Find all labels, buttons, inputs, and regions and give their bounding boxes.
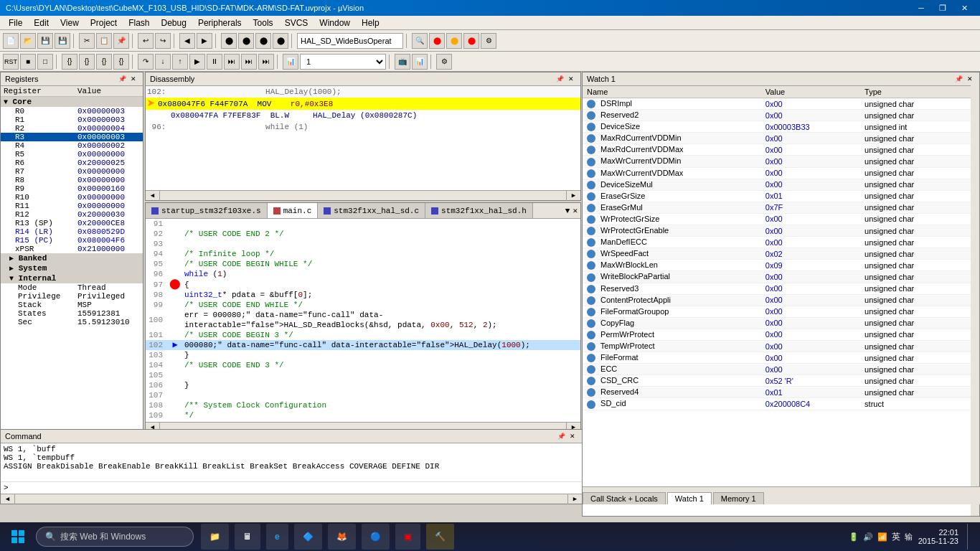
tb2-step-over[interactable]: ↷ xyxy=(138,54,154,70)
tab-close-icon[interactable]: ✕ xyxy=(573,206,578,215)
tb-debug2[interactable]: ⬤ xyxy=(446,33,462,49)
reg-group-core[interactable]: ▼ Core xyxy=(1,97,143,108)
taskbar-calculator[interactable]: 🖩 xyxy=(235,524,260,550)
watch-vscroll[interactable] xyxy=(971,85,979,516)
cmd-scroll-right[interactable]: ▶ xyxy=(567,494,582,504)
command-pin-icon[interactable]: 📌 xyxy=(556,431,566,441)
tab-sd-c[interactable]: stm32f1xx_hal_sd.c xyxy=(318,203,425,218)
disasm-scroll-right[interactable]: ▶ xyxy=(566,191,580,201)
tb-new[interactable]: 📄 xyxy=(3,33,19,49)
tb2-b3[interactable]: {} xyxy=(62,54,77,70)
tb-bp3[interactable]: ⬤ xyxy=(255,33,271,49)
menu-flash[interactable]: Flash xyxy=(123,17,155,29)
taskbar-keil[interactable]: 🔨 xyxy=(426,524,454,550)
taskbar-explorer[interactable]: 📁 xyxy=(201,524,229,550)
reg-group-system[interactable]: ▶ System xyxy=(1,263,143,273)
menu-debug[interactable]: Debug xyxy=(156,17,192,29)
tb-bp[interactable]: ⬤ xyxy=(221,33,237,49)
clock[interactable]: 22:01 2015-11-23 xyxy=(918,528,958,545)
taskbar-app4[interactable]: 🔵 xyxy=(362,524,390,550)
close-button[interactable]: ✕ xyxy=(954,1,974,14)
show-desktop-button[interactable] xyxy=(967,524,971,550)
watch-scroll[interactable]: Name Value Type DSRImpl 0x00 unsigned ch… xyxy=(583,86,979,516)
start-button[interactable] xyxy=(0,522,36,551)
menu-svcs[interactable]: SVCS xyxy=(279,17,314,29)
command-input[interactable] xyxy=(9,484,579,492)
tb2-run[interactable]: ▶ xyxy=(189,54,205,70)
tb2-b11[interactable]: 📺 xyxy=(395,54,410,70)
disassembly-pin-icon[interactable]: 📌 xyxy=(555,74,565,84)
tb-debug3[interactable]: ⬤ xyxy=(463,33,479,49)
taskbar-app3[interactable]: 🦊 xyxy=(328,524,356,550)
tb-paste[interactable]: 📌 xyxy=(113,33,129,49)
tb2-step-out[interactable]: ↑ xyxy=(172,54,188,70)
watch-pin-icon[interactable]: 📌 xyxy=(953,74,963,84)
disasm-hscroll[interactable]: ◀ ▶ xyxy=(146,190,580,200)
tb-find[interactable]: 🔍 xyxy=(412,33,428,49)
tb2-b2[interactable]: □ xyxy=(37,54,53,70)
disassembly-content[interactable]: 102: HAL_Delay(1000); ⮞ 0x080047F6 F44F7… xyxy=(146,86,580,190)
tb-save[interactable]: 💾 xyxy=(37,33,53,49)
tab-sd-h[interactable]: stm32f1xx_hal_sd.h xyxy=(425,203,533,218)
registers-scroll[interactable]: Register Value ▼ Core R0 0x00000003R1 0x… xyxy=(1,86,143,432)
command-close-icon[interactable]: ✕ xyxy=(567,431,578,441)
tb-save-all[interactable]: 💾 xyxy=(55,33,70,49)
command-content[interactable]: WS 1, `buffWS 1, `tempbuff ASSIGN BreakD… xyxy=(1,443,582,481)
menu-tools[interactable]: Tools xyxy=(248,17,279,29)
tb2-b10[interactable]: ⏭ xyxy=(258,54,274,70)
registers-pin-icon[interactable]: 📌 xyxy=(117,74,127,84)
tab-watch1[interactable]: Watch 1 xyxy=(667,492,712,504)
reg-group-internal[interactable]: ▼ Internal xyxy=(1,273,143,283)
reg-group-banked[interactable]: ▶ Banked xyxy=(1,253,143,263)
registers-close-icon[interactable]: ✕ xyxy=(128,74,138,84)
tab-memory1[interactable]: Memory 1 xyxy=(713,492,764,504)
tb-back[interactable]: ◀ xyxy=(179,33,195,49)
tb-bp2[interactable]: ⬤ xyxy=(238,33,254,49)
cmd-scroll-left[interactable]: ◀ xyxy=(1,494,15,504)
tb2-b6[interactable]: {} xyxy=(113,54,129,70)
disassembly-close-icon[interactable]: ✕ xyxy=(566,74,576,84)
tb-open[interactable]: 📂 xyxy=(20,33,36,49)
tb-settings[interactable]: ⚙ xyxy=(481,33,496,49)
tb-undo[interactable]: ↩ xyxy=(138,33,154,49)
tb2-mem[interactable]: 📊 xyxy=(283,54,298,70)
tb2-select[interactable]: 1 xyxy=(300,54,386,70)
code-content[interactable]: 91 92 /* USER CODE END 2 */93 94 /* Infi… xyxy=(146,219,580,422)
tb2-b12[interactable]: 📊 xyxy=(412,54,428,70)
tb2-b1[interactable]: ■ xyxy=(20,54,36,70)
menu-peripherals[interactable]: Peripherals xyxy=(192,17,248,29)
tb-cut[interactable]: ✂ xyxy=(79,33,95,49)
taskbar-ie[interactable]: e xyxy=(266,524,288,550)
disasm-scroll-left[interactable]: ◀ xyxy=(146,191,160,201)
menu-help[interactable]: Help xyxy=(356,17,385,29)
tb2-b8[interactable]: ⏭ xyxy=(224,54,240,70)
watch-close-icon[interactable]: ✕ xyxy=(965,74,975,84)
menu-window[interactable]: Window xyxy=(314,17,356,29)
menu-file[interactable]: File xyxy=(3,17,28,29)
menu-project[interactable]: Project xyxy=(85,17,123,29)
tb-fwd[interactable]: ▶ xyxy=(197,33,212,49)
tab-dropdown-icon[interactable]: ▼ xyxy=(565,207,570,215)
tb-bp4[interactable]: ⬤ xyxy=(273,33,288,49)
tb2-b7[interactable]: ⏸ xyxy=(207,54,222,70)
tb-copy[interactable]: 📋 xyxy=(96,33,112,49)
menu-view[interactable]: View xyxy=(55,17,85,29)
menu-edit[interactable]: Edit xyxy=(28,17,55,29)
taskbar-app2[interactable]: 🔷 xyxy=(294,524,322,550)
tb-debug-stop[interactable]: ⬤ xyxy=(429,33,445,49)
tb2-b5[interactable]: {} xyxy=(96,54,112,70)
tb2-reset[interactable]: RST xyxy=(3,54,19,70)
command-hscroll[interactable]: ◀ ▶ xyxy=(1,494,582,504)
tab-startup[interactable]: startup_stm32f103xe.s xyxy=(146,203,268,218)
search-bar[interactable]: 🔍 搜索 Web 和 Windows xyxy=(36,527,194,547)
minimize-button[interactable]: ─ xyxy=(911,1,931,14)
tb2-b4[interactable]: {} xyxy=(79,54,95,70)
maximize-button[interactable]: ❐ xyxy=(933,1,953,14)
tb2-b13[interactable]: ⚙ xyxy=(436,54,452,70)
tab-call-stack[interactable]: Call Stack + Locals xyxy=(583,492,666,504)
tb2-b9[interactable]: ⏭ xyxy=(241,54,257,70)
tb2-step-into[interactable]: ↓ xyxy=(155,54,171,70)
tab-main[interactable]: main.c xyxy=(268,203,319,218)
taskbar-app5[interactable]: ▣ xyxy=(395,524,420,550)
function-dropdown[interactable] xyxy=(297,33,403,49)
